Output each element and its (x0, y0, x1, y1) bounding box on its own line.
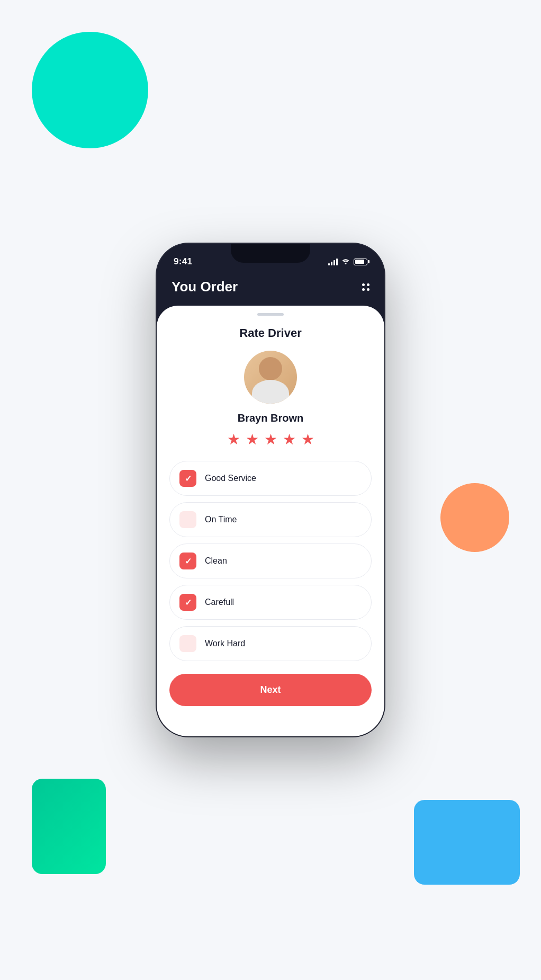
option-label-work-hard: Work Hard (205, 639, 245, 648)
main-content: Rate Driver Brayn Brown ★ ★ ★ ★ ★ (157, 306, 384, 736)
app-title: You Order (172, 279, 238, 295)
app-header: You Order (157, 273, 384, 306)
section-title: Rate Driver (239, 326, 301, 340)
bg-circle-orange (440, 483, 509, 552)
option-good-service[interactable]: ✓ Good Service (169, 461, 372, 496)
phone-frame: 9:41 You Order (157, 244, 384, 736)
next-button[interactable]: Next (169, 674, 372, 706)
rate-driver-section: Rate Driver Brayn Brown ★ ★ ★ ★ ★ (157, 321, 384, 461)
option-label-good-service: Good Service (205, 474, 256, 483)
star-1[interactable]: ★ (227, 431, 240, 448)
driver-name: Brayn Brown (238, 412, 303, 424)
svg-point-0 (345, 263, 347, 264)
signal-icon (328, 258, 338, 265)
status-time: 9:41 (174, 256, 192, 267)
star-2[interactable]: ★ (246, 431, 259, 448)
option-label-carefull: Carefull (205, 598, 234, 607)
star-5[interactable]: ★ (301, 431, 314, 448)
avatar-body (252, 380, 289, 404)
avatar-head (259, 357, 282, 380)
next-button-container: Next (157, 661, 384, 706)
wifi-icon (341, 257, 350, 266)
bg-rect-blue (414, 800, 520, 885)
phone-notch (231, 244, 310, 263)
checkbox-clean[interactable]: ✓ (179, 553, 196, 569)
option-on-time[interactable]: On Time (169, 502, 372, 537)
checkbox-work-hard[interactable] (179, 635, 196, 652)
stars-row: ★ ★ ★ ★ ★ (227, 431, 314, 448)
checkbox-carefull[interactable]: ✓ (179, 594, 196, 611)
option-clean[interactable]: ✓ Clean (169, 544, 372, 578)
bg-rect-green (32, 779, 106, 874)
option-label-on-time: On Time (205, 515, 237, 524)
option-carefull[interactable]: ✓ Carefull (169, 585, 372, 620)
option-label-clean: Clean (205, 556, 227, 566)
more-options-button[interactable] (362, 283, 369, 291)
checkbox-good-service[interactable]: ✓ (179, 470, 196, 487)
options-list: ✓ Good Service On Time ✓ Clean ✓ (157, 461, 384, 661)
star-4[interactable]: ★ (283, 431, 296, 448)
checkbox-on-time[interactable] (179, 511, 196, 528)
battery-icon (354, 259, 367, 265)
option-work-hard[interactable]: Work Hard (169, 626, 372, 661)
star-3[interactable]: ★ (264, 431, 277, 448)
bg-circle-teal (32, 32, 148, 148)
driver-avatar (244, 351, 297, 404)
status-icons (328, 257, 367, 266)
drag-handle (257, 313, 284, 316)
